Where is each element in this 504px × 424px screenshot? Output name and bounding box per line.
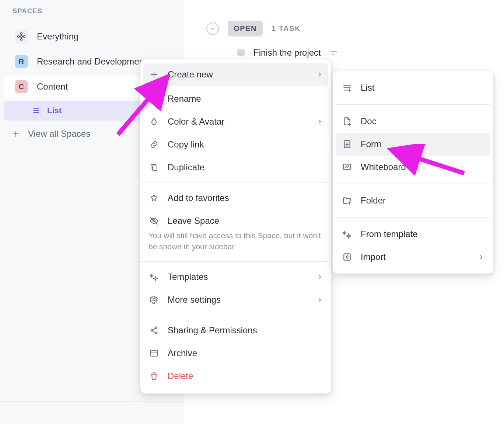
ctx-item-label: Leave Space (168, 216, 219, 226)
list-icon (32, 107, 40, 114)
list-add-icon (342, 82, 353, 93)
sidebar-item-label: Content (37, 81, 68, 92)
annotation-arrow-form (387, 144, 472, 181)
svg-point-1 (21, 33, 22, 34)
share-icon (148, 325, 160, 336)
sub-item-label: Form (361, 139, 381, 149)
sidebar-divider (0, 402, 184, 402)
chevron-right-icon (316, 274, 323, 280)
sub-from-template[interactable]: From template (336, 223, 490, 246)
svg-point-7 (153, 299, 155, 301)
trash-icon (148, 371, 160, 382)
sidebar-section-label: SPACES (0, 3, 184, 23)
svg-rect-11 (151, 350, 157, 356)
task-options-icon[interactable] (330, 49, 338, 57)
ctx-delete[interactable]: Delete (140, 365, 331, 387)
sub-item-label: From template (361, 229, 418, 239)
chevron-right-icon (316, 71, 323, 78)
sidebar-view-all-label: View all Spaces (28, 129, 90, 139)
svg-point-3 (21, 39, 22, 40)
whiteboard-icon (342, 161, 353, 173)
sub-import[interactable]: Import (336, 246, 490, 268)
sidebar-item-everything[interactable]: Everything (4, 25, 179, 48)
svg-line-16 (393, 150, 464, 173)
ctx-leave-note: You will still have access to this Space… (140, 229, 331, 258)
archive-icon (148, 348, 160, 359)
sidebar-item-label: Everything (37, 31, 78, 42)
ctx-templates[interactable]: Templates (140, 265, 331, 288)
eye-off-icon (148, 215, 160, 226)
task-status-square[interactable] (237, 49, 245, 56)
sub-list[interactable]: List (336, 76, 490, 99)
svg-point-2 (24, 36, 25, 37)
hub-icon (15, 30, 28, 43)
svg-point-0 (21, 36, 22, 37)
sub-item-label: List (361, 83, 374, 93)
star-icon (148, 192, 160, 204)
plus-icon (12, 130, 20, 138)
sidebar-item-label: Research and Development (37, 56, 147, 67)
svg-line-15 (118, 79, 166, 135)
ctx-item-label: More settings (168, 295, 221, 305)
sub-separator (336, 217, 490, 218)
sub-item-label: Folder (361, 195, 386, 206)
svg-point-4 (18, 36, 19, 37)
sub-item-label: Doc (361, 116, 377, 126)
folder-add-icon (342, 195, 353, 206)
import-icon (342, 251, 353, 263)
ctx-leave-space[interactable]: Leave Space (140, 209, 331, 229)
chevron-right-icon (478, 254, 484, 260)
space-chip-r: R (15, 55, 28, 68)
task-row[interactable]: Finish the project (237, 48, 504, 58)
space-chip-c: C (15, 80, 28, 93)
task-title: Finish the project (253, 48, 321, 58)
ctx-separator (140, 261, 331, 262)
sub-folder[interactable]: Folder (336, 189, 490, 212)
ctx-item-label: Sharing & Permissions (168, 325, 257, 336)
sparkle-icon (342, 229, 353, 240)
chevron-right-icon (316, 118, 323, 125)
sidebar-sublist-label: List (47, 106, 62, 115)
ctx-separator (140, 315, 331, 315)
chevron-right-icon (316, 296, 323, 303)
ctx-duplicate[interactable]: Duplicate (140, 156, 331, 179)
gear-icon (148, 294, 160, 305)
svg-rect-5 (153, 166, 157, 170)
ctx-item-label: Templates (168, 272, 208, 282)
ctx-item-label: Archive (168, 348, 197, 358)
sub-separator (336, 104, 490, 105)
ctx-item-label: Create new (168, 69, 213, 80)
ctx-add-favorites[interactable]: Add to favorites (140, 187, 331, 209)
ctx-more-settings[interactable]: More settings (140, 288, 331, 311)
status-row: OPEN 1 TASK (206, 21, 504, 37)
ctx-separator (140, 183, 331, 183)
form-icon (342, 139, 353, 150)
sub-doc[interactable]: Doc (336, 110, 490, 133)
task-count: 1 TASK (272, 24, 301, 33)
doc-add-icon (342, 116, 353, 127)
collapse-toggle[interactable] (206, 22, 219, 35)
sub-separator (336, 184, 490, 184)
ctx-archive[interactable]: Archive (140, 342, 331, 365)
ctx-item-label: Color & Avatar (168, 117, 224, 127)
duplicate-icon (148, 162, 160, 173)
sparkle-icon (148, 271, 160, 282)
annotation-arrow-create-new (111, 72, 173, 142)
ctx-item-label: Duplicate (168, 162, 204, 173)
ctx-sharing[interactable]: Sharing & Permissions (140, 319, 331, 342)
ctx-item-label: Delete (168, 371, 193, 381)
status-pill-open[interactable]: OPEN (228, 21, 263, 37)
ctx-item-label: Add to favorites (168, 193, 229, 203)
sub-item-label: Import (361, 252, 386, 262)
